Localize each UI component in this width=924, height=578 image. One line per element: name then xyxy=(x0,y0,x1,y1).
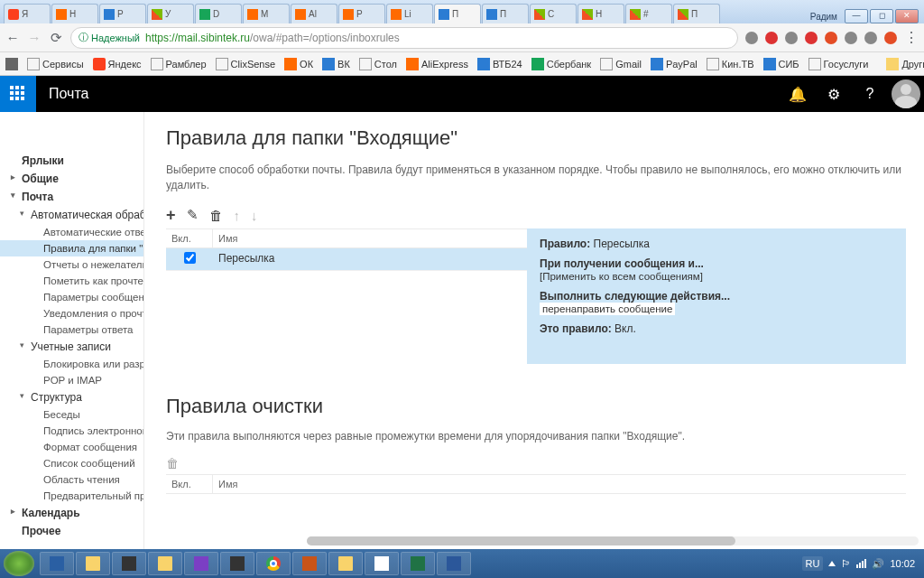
back-icon[interactable]: ← xyxy=(5,31,20,45)
browser-tab[interactable]: Н xyxy=(578,4,624,23)
task-excel-icon[interactable] xyxy=(401,552,435,575)
browser-tab[interactable]: П xyxy=(673,4,720,23)
url-input[interactable]: ⓘНадежный https://mail.sibintek.ru/owa/#… xyxy=(70,27,738,49)
browser-tab[interactable]: Li xyxy=(386,4,433,23)
sidebar-item[interactable]: Формат сообщения xyxy=(0,439,143,455)
notifications-icon[interactable]: 🔔 xyxy=(780,76,816,112)
sidebar-item[interactable]: Учетные записи xyxy=(0,338,143,356)
bookmark-item[interactable]: Стол xyxy=(359,58,397,70)
move-up-button[interactable]: ↑ xyxy=(234,208,241,223)
task-icon[interactable] xyxy=(328,552,363,575)
bookmark-item[interactable]: Кин.ТВ xyxy=(707,58,754,70)
start-button[interactable] xyxy=(4,551,34,576)
reload-icon[interactable]: ⟳ xyxy=(49,31,63,45)
edit-rule-button[interactable]: ✎ xyxy=(187,207,199,223)
browser-tab[interactable]: Р xyxy=(338,4,385,23)
sidebar-item[interactable]: Пометить как прочтенно xyxy=(0,273,143,289)
apps-button[interactable] xyxy=(5,58,18,70)
browser-tab[interactable]: Al xyxy=(291,4,337,23)
task-icon[interactable] xyxy=(184,552,218,575)
ext-icon[interactable] xyxy=(864,32,877,44)
delete-rule-button[interactable]: 🗑 xyxy=(209,208,223,223)
task-icon[interactable] xyxy=(40,552,74,575)
bookmark-item[interactable]: ОК xyxy=(284,58,313,70)
task-icon[interactable] xyxy=(365,552,399,575)
bookmark-item[interactable]: Рамблер xyxy=(151,58,207,70)
browser-tab[interactable]: С xyxy=(530,4,577,23)
bookmark-item[interactable]: ClixSense xyxy=(216,58,276,70)
sidebar-item[interactable]: Беседы xyxy=(0,406,143,423)
browser-tab[interactable]: Я xyxy=(4,4,51,23)
sidebar-item[interactable]: Блокировка или разреше xyxy=(0,356,143,372)
move-down-button[interactable]: ↓ xyxy=(251,208,258,223)
app-launcher-button[interactable] xyxy=(0,76,36,112)
task-icon[interactable] xyxy=(76,552,110,575)
browser-tab[interactable]: # xyxy=(625,4,672,23)
user-avatar[interactable] xyxy=(892,79,920,108)
sidebar-item[interactable]: Почта xyxy=(0,188,143,206)
ext-icon[interactable] xyxy=(845,32,857,44)
rule-row[interactable]: Пересылка xyxy=(166,248,527,271)
bookmark-item[interactable]: ВК xyxy=(322,58,350,70)
sidebar-item[interactable]: POP и IMAP xyxy=(0,372,143,388)
horizontal-scrollbar[interactable] xyxy=(144,535,919,547)
sidebar-item[interactable]: Общие xyxy=(0,170,143,188)
browser-tab[interactable]: У xyxy=(147,4,194,23)
sidebar-item[interactable]: Прочее xyxy=(0,522,143,540)
ext-icon[interactable] xyxy=(884,32,897,44)
task-word-icon[interactable] xyxy=(437,552,471,575)
tray-expand-icon[interactable] xyxy=(828,561,836,566)
task-icon[interactable] xyxy=(220,552,254,575)
network-icon[interactable] xyxy=(856,559,866,568)
sidebar-item[interactable]: Подпись электронной по xyxy=(0,423,143,439)
clock[interactable]: 10:02 xyxy=(890,558,915,569)
bookmark-item[interactable]: Яндекс xyxy=(93,58,142,70)
bookmark-item[interactable]: AliExpress xyxy=(406,58,468,70)
sidebar-item[interactable]: Параметры сообщения xyxy=(0,289,143,305)
bookmark-item[interactable]: Gmail xyxy=(600,58,642,70)
sidebar-item[interactable]: Отчеты о нежелательной xyxy=(0,256,143,273)
ext-icon[interactable] xyxy=(765,32,778,44)
ext-icon[interactable] xyxy=(785,32,798,44)
help-icon[interactable]: ? xyxy=(852,76,888,112)
sidebar-item[interactable]: Область чтения xyxy=(0,471,143,488)
browser-tab[interactable]: П xyxy=(434,4,481,23)
browser-tab[interactable]: Н xyxy=(51,4,98,23)
sidebar-item[interactable]: Календарь xyxy=(0,504,143,522)
task-chrome-icon[interactable] xyxy=(256,552,291,575)
browser-tab[interactable]: D xyxy=(195,4,242,23)
bookmark-item[interactable]: Госуслуги xyxy=(808,58,869,70)
bookmark-item[interactable]: Сервисы xyxy=(27,58,84,70)
window-minimize-button[interactable]: — xyxy=(845,9,868,23)
task-icon[interactable] xyxy=(112,552,146,575)
sidebar-item[interactable]: Правила для папки "Вход xyxy=(0,240,143,256)
sidebar-item[interactable]: Список сообщений xyxy=(0,455,143,471)
bookmark-item[interactable]: PayPal xyxy=(651,58,698,70)
settings-gear-icon[interactable]: ⚙ xyxy=(816,76,852,112)
browser-tab[interactable]: Р xyxy=(99,4,146,23)
sidebar-item[interactable]: Уведомления о прочтени xyxy=(0,305,143,322)
ext-icon[interactable] xyxy=(745,32,758,44)
other-bookmarks[interactable]: Другие закладки xyxy=(886,58,924,70)
volume-icon[interactable]: 🔊 xyxy=(872,558,884,570)
forward-icon[interactable]: → xyxy=(27,31,42,45)
rule-enabled-checkbox[interactable] xyxy=(184,252,196,264)
ext-icon[interactable] xyxy=(825,32,837,44)
sidebar-item[interactable]: Автоматическая обработка xyxy=(0,206,143,224)
bookmark-item[interactable]: ВТБ24 xyxy=(477,58,522,70)
sidebar-item[interactable]: Структура xyxy=(0,388,143,406)
language-indicator[interactable]: RU xyxy=(802,556,824,571)
ext-icon[interactable] xyxy=(805,32,818,44)
task-icon[interactable] xyxy=(148,552,182,575)
window-maximize-button[interactable]: ◻ xyxy=(870,9,893,23)
delete-cleanup-rule-button[interactable]: 🗑 xyxy=(166,456,179,471)
chrome-menu-icon[interactable]: ⋮ xyxy=(904,29,919,46)
sidebar-item[interactable]: Параметры ответа xyxy=(0,322,143,338)
tray-flag-icon[interactable]: 🏳 xyxy=(841,558,851,569)
sidebar-item[interactable]: Ярлыки xyxy=(0,152,143,170)
browser-tab[interactable]: П xyxy=(482,4,529,23)
bookmark-item[interactable]: Сбербанк xyxy=(531,58,591,70)
bookmark-item[interactable]: СИБ xyxy=(763,58,799,70)
add-rule-button[interactable]: + xyxy=(166,206,176,225)
task-icon[interactable] xyxy=(292,552,327,575)
